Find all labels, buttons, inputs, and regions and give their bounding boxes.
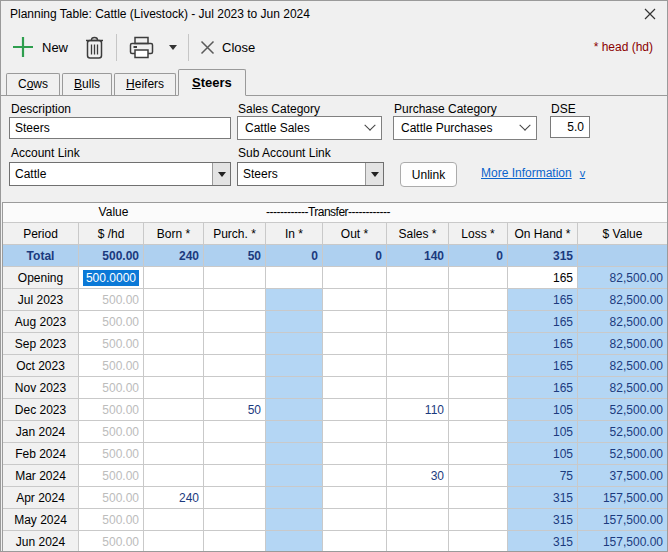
cell-loss[interactable] [449, 531, 508, 552]
cell-out[interactable] [323, 333, 387, 355]
cell-onhand[interactable]: 165 [508, 267, 578, 289]
new-button[interactable]: New [11, 35, 68, 59]
cell-loss[interactable] [449, 421, 508, 443]
cell-loss[interactable] [449, 443, 508, 465]
cell-onhand[interactable]: 165 [508, 289, 578, 311]
cell-loss[interactable] [449, 465, 508, 487]
sales-category-select[interactable]: Cattle Sales [237, 116, 382, 140]
cell-value[interactable]: 82,500.00 [578, 333, 667, 355]
cell-purch[interactable] [204, 443, 266, 465]
cell-sales[interactable] [387, 289, 449, 311]
cell-value[interactable]: 82,500.00 [578, 355, 667, 377]
cell-born[interactable] [144, 311, 204, 333]
cell-value[interactable]: 82,500.00 [578, 377, 667, 399]
cell-out[interactable] [323, 487, 387, 509]
cell-out[interactable] [323, 509, 387, 531]
cell-sales[interactable] [387, 355, 449, 377]
cell-born[interactable] [144, 399, 204, 421]
cell-hd[interactable]: 500.00 [79, 465, 144, 487]
cell-born[interactable] [144, 509, 204, 531]
print-button[interactable] [128, 35, 177, 60]
cell-purch[interactable] [204, 531, 266, 552]
cell-out[interactable] [323, 267, 387, 289]
unlink-button[interactable]: Unlink [400, 162, 457, 187]
cell-loss[interactable] [449, 377, 508, 399]
cell-purch[interactable] [204, 311, 266, 333]
cell-onhand[interactable]: 165 [508, 333, 578, 355]
cell-onhand[interactable]: 315 [508, 509, 578, 531]
cell-loss[interactable] [449, 355, 508, 377]
cell-purch[interactable] [204, 377, 266, 399]
cell-born[interactable] [144, 465, 204, 487]
cell-born[interactable]: 240 [144, 245, 204, 267]
cell-hd[interactable]: 500.00 [79, 531, 144, 552]
tab-bulls[interactable]: Bulls [62, 73, 112, 95]
cell-onhand[interactable]: 315 [508, 245, 578, 267]
cell-value[interactable]: 52,500.00 [578, 421, 667, 443]
account-link-select[interactable]: Cattle [9, 162, 231, 186]
cell-purch[interactable]: 50 [204, 245, 266, 267]
cell-loss[interactable] [449, 267, 508, 289]
cell-born[interactable] [144, 289, 204, 311]
cell-hd[interactable]: 500.00 [79, 421, 144, 443]
cell-in[interactable] [266, 487, 323, 509]
cell-sales[interactable] [387, 333, 449, 355]
cell-value[interactable]: 37,500.00 [578, 465, 667, 487]
cell-purch[interactable] [204, 289, 266, 311]
cell-value[interactable]: 52,500.00 [578, 399, 667, 421]
cell-purch[interactable] [204, 465, 266, 487]
cell-loss[interactable] [449, 311, 508, 333]
cell-out[interactable] [323, 377, 387, 399]
cell-hd[interactable]: 500.00 [79, 377, 144, 399]
cell-out[interactable] [323, 289, 387, 311]
cell-in[interactable] [266, 399, 323, 421]
cell-hd[interactable]: 500.00 [79, 443, 144, 465]
cell-purch[interactable]: 50 [204, 399, 266, 421]
cell-out[interactable] [323, 311, 387, 333]
cell-sales[interactable] [387, 421, 449, 443]
cell-born[interactable] [144, 377, 204, 399]
cell-in[interactable] [266, 333, 323, 355]
cell-purch[interactable] [204, 509, 266, 531]
cell-in[interactable] [266, 531, 323, 552]
cell-born[interactable] [144, 443, 204, 465]
cell-hd[interactable]: 500.00 [79, 487, 144, 509]
cell-sales[interactable]: 140 [387, 245, 449, 267]
cell-loss[interactable] [449, 509, 508, 531]
cell-onhand[interactable]: 165 [508, 355, 578, 377]
cell-hd[interactable]: 500.00 [79, 333, 144, 355]
cell-born[interactable] [144, 355, 204, 377]
tab-heifers[interactable]: Heifers [114, 73, 176, 95]
cell-out[interactable] [323, 443, 387, 465]
cell-value[interactable]: 52,500.00 [578, 443, 667, 465]
cell-value[interactable]: 157,500.00 [578, 509, 667, 531]
cell-onhand[interactable]: 105 [508, 443, 578, 465]
cell-value[interactable]: 82,500.00 [578, 267, 667, 289]
cell-hd[interactable]: 500.00 [79, 245, 144, 267]
cell-out[interactable] [323, 465, 387, 487]
cell-value[interactable]: 157,500.00 [578, 487, 667, 509]
delete-button[interactable] [84, 35, 105, 60]
tab-steers[interactable]: Steers [178, 69, 246, 96]
cell-in[interactable] [266, 289, 323, 311]
window-close-button[interactable] [633, 1, 667, 27]
cell-in[interactable] [266, 267, 323, 289]
cell-out[interactable] [323, 355, 387, 377]
cell-onhand[interactable]: 165 [508, 377, 578, 399]
cell-purch[interactable] [204, 487, 266, 509]
cell-in[interactable] [266, 355, 323, 377]
cell-out[interactable]: 0 [323, 245, 387, 267]
cell-sales[interactable] [387, 311, 449, 333]
cell-hd[interactable]: 500.00 [79, 289, 144, 311]
purchase-category-select[interactable]: Cattle Purchases [393, 116, 537, 140]
cell-hd[interactable]: 500.00 [79, 311, 144, 333]
cell-in[interactable] [266, 465, 323, 487]
cell-born[interactable]: 240 [144, 487, 204, 509]
tab-cows[interactable]: Cows [6, 73, 60, 95]
cell-loss[interactable] [449, 399, 508, 421]
cell-sales[interactable] [387, 487, 449, 509]
cell-value[interactable]: 82,500.00 [578, 311, 667, 333]
cell-born[interactable] [144, 267, 204, 289]
cell-onhand[interactable]: 105 [508, 399, 578, 421]
cell-in[interactable] [266, 443, 323, 465]
